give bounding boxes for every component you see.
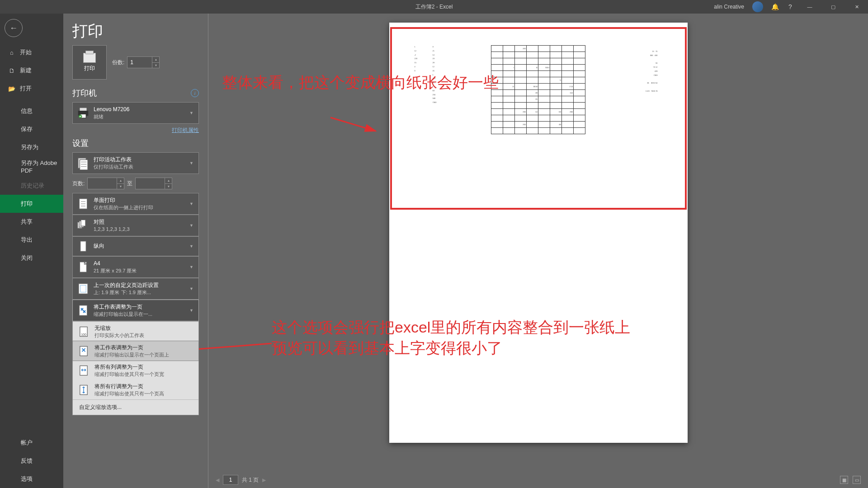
margins-icon xyxy=(76,282,90,296)
chevron-down-icon: ▼ xyxy=(189,161,195,165)
fit-cols-icon xyxy=(77,364,90,377)
info-icon[interactable]: i xyxy=(191,89,199,97)
show-margins-button[interactable]: ▭ xyxy=(853,476,861,484)
nav-new[interactable]: 🗋新建 xyxy=(0,61,63,80)
printer-properties-link[interactable]: 打印机属性 xyxy=(172,127,199,133)
titlebar: 工作簿2 - Excel alin Creative 🔔 ? — ▢ ✕ xyxy=(0,0,868,14)
nav-open[interactable]: 📂打开 xyxy=(0,80,63,98)
chevron-down-icon: ▼ xyxy=(189,286,195,291)
print-panel: 打印 打印 份数: 1 ▲▼ 打印机 i Lenovo M7206 xyxy=(63,14,208,488)
svg-rect-24 xyxy=(80,366,87,375)
close-button[interactable]: ✕ xyxy=(849,0,864,14)
nav-info[interactable]: 信息 xyxy=(0,102,63,120)
portrait-icon xyxy=(76,239,90,253)
user-name[interactable]: alin Creative xyxy=(714,4,744,10)
scale-option-fit-sheet[interactable]: 将工作表调整为一页 缩减打印输出以显示在一个页面上 xyxy=(72,341,199,361)
nav-close[interactable]: 关闭 xyxy=(0,249,63,267)
settings-section-title: 设置 xyxy=(72,138,89,149)
printer-section-title: 打印机 xyxy=(72,88,97,99)
maximize-button[interactable]: ▢ xyxy=(826,0,841,14)
svg-rect-15 xyxy=(81,220,85,226)
home-icon: ⌂ xyxy=(8,49,15,56)
pages-to-label: 至 xyxy=(127,180,132,188)
paper-icon xyxy=(76,260,90,274)
printer-device-icon xyxy=(76,106,90,120)
avatar[interactable] xyxy=(752,1,763,12)
preview-table: 2870 1567830 4 73 .01380 4817.28 2331524… xyxy=(491,45,585,134)
print-button[interactable]: 打印 xyxy=(72,45,107,80)
fit-page-icon xyxy=(76,304,90,317)
one-side-icon xyxy=(76,197,90,211)
no-scale-icon: 100 xyxy=(77,325,90,338)
pages-to-input[interactable]: ▲▼ xyxy=(135,178,172,189)
back-button[interactable]: ← xyxy=(5,19,23,37)
fit-page-icon xyxy=(77,345,90,357)
nav-options[interactable]: 选项 xyxy=(0,470,63,488)
nav-share[interactable]: 共享 xyxy=(0,213,63,231)
chevron-down-icon: ▼ xyxy=(189,244,195,249)
copies-label: 份数: xyxy=(112,59,124,66)
next-page-button[interactable]: ▶ xyxy=(262,477,266,483)
pages-label: 页数: xyxy=(72,180,85,188)
svg-rect-1 xyxy=(80,108,87,111)
spin-up-icon[interactable]: ▲ xyxy=(152,57,159,63)
nav-home[interactable]: ⌂开始 xyxy=(0,43,63,61)
nav-account[interactable]: 帐户 xyxy=(0,434,63,452)
open-icon: 📂 xyxy=(8,85,15,92)
fit-rows-icon xyxy=(77,384,90,396)
svg-rect-23 xyxy=(80,347,87,356)
pages-from-input[interactable]: ▲▼ xyxy=(87,178,124,189)
svg-rect-16 xyxy=(80,241,86,252)
print-heading: 打印 xyxy=(72,21,199,42)
nav-feedback[interactable]: 反馈 xyxy=(0,452,63,470)
scale-option-fit-rows[interactable]: 将所有行调整为一页 缩减打印输出使其只有一个页高 xyxy=(73,380,198,399)
printer-icon xyxy=(83,53,96,63)
help-icon[interactable]: ? xyxy=(787,3,794,10)
nav-export[interactable]: 导出 xyxy=(0,231,63,249)
print-preview: 112-22201540 321142328124514319616323458… xyxy=(208,14,868,488)
chevron-down-icon: ▼ xyxy=(189,223,195,228)
spin-down-icon[interactable]: ▼ xyxy=(152,63,159,68)
nav-history: 历史记录 xyxy=(0,177,63,195)
svg-rect-5 xyxy=(80,160,88,170)
chevron-down-icon: ▼ xyxy=(189,202,195,206)
scale-option-fit-cols[interactable]: 将所有列调整为一页 缩减打印输出使其只有一个页宽 xyxy=(73,361,198,380)
chevron-down-icon: ▼ xyxy=(189,308,195,313)
collate-icon xyxy=(76,219,90,232)
zoom-to-page-button[interactable]: ▦ xyxy=(840,476,848,484)
prev-page-button[interactable]: ◀ xyxy=(216,477,219,483)
page-total-label: 共 1 页 xyxy=(242,476,259,484)
scaling-select[interactable]: 将工作表调整为一页 缩减打印输出以显示在一... ▼ xyxy=(72,300,199,321)
app-title: 工作簿2 - Excel xyxy=(415,3,453,11)
nav-save[interactable]: 保存 xyxy=(0,120,63,138)
paper-select[interactable]: A4 21 厘米 x 29.7 厘米 ▼ xyxy=(72,256,199,278)
orientation-select[interactable]: 纵向 ▼ xyxy=(72,236,199,256)
scale-custom-option[interactable]: 自定义缩放选项... xyxy=(73,399,198,415)
scale-option-none[interactable]: 100 无缩放 打印实际大小的工作表 xyxy=(73,322,198,341)
minimize-button[interactable]: — xyxy=(802,0,817,14)
nav-saveas[interactable]: 另存为 xyxy=(0,138,63,156)
printer-select[interactable]: Lenovo M7206 就绪 ▼ xyxy=(72,102,199,124)
nav-print[interactable]: 打印 xyxy=(0,195,63,213)
scaling-popup: 100 无缩放 打印实际大小的工作表 将工作表调整为一页 缩减打印输出以显示在一… xyxy=(72,321,199,415)
page-number-input[interactable] xyxy=(223,475,238,485)
print-what-select[interactable]: 打印活动工作表 仅打印活动工作表 ▼ xyxy=(72,152,199,174)
chevron-down-icon: ▼ xyxy=(189,265,195,269)
sheets-icon xyxy=(76,156,90,170)
svg-line-26 xyxy=(330,117,376,131)
copies-input[interactable]: 1 ▲▼ xyxy=(127,56,160,68)
notifications-icon[interactable]: 🔔 xyxy=(771,3,778,10)
backstage-nav: ← ⌂开始 🗋新建 📂打开 信息 保存 另存为 另存为 Adobe PDF 历史… xyxy=(0,14,63,488)
nav-saveas-pdf[interactable]: 另存为 Adobe PDF xyxy=(0,156,63,177)
chevron-down-icon: ▼ xyxy=(189,111,195,115)
page-navigation: ◀ 共 1 页 ▶ xyxy=(216,475,266,485)
sides-select[interactable]: 单面打印 仅在纸面的一侧上进行打印 ▼ xyxy=(72,193,199,215)
collate-select[interactable]: 对照 1,2,3 1,2,3 1,2,3 ▼ xyxy=(72,215,199,236)
svg-text:100: 100 xyxy=(81,333,86,336)
margins-select[interactable]: 上一次的自定义页边距设置 上: 1.9 厘米 下: 1.9 厘米... ▼ xyxy=(72,278,199,300)
preview-page: 112-22201540 321142328124514319616323458… xyxy=(389,23,688,443)
new-icon: 🗋 xyxy=(8,67,15,74)
